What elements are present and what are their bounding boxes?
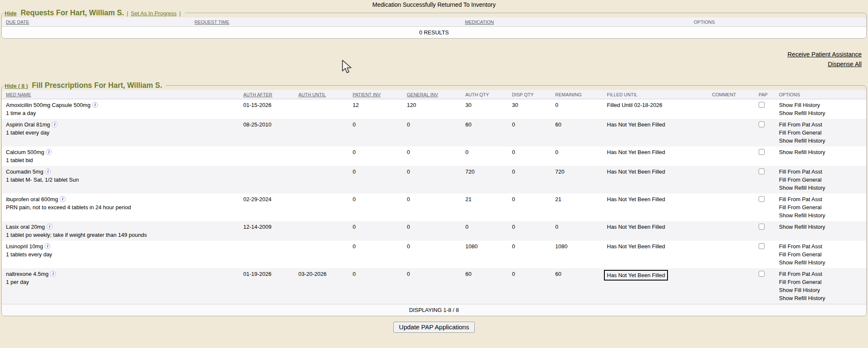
dispense-all-link[interactable]: Dispense All <box>0 59 862 69</box>
update-pap-applications-button[interactable]: Update PAP Applications <box>393 322 474 333</box>
general-inv-cell: 0 <box>403 166 461 194</box>
med-sig: 1 tablets every day <box>6 250 235 258</box>
option-link-show-refill-history[interactable]: Show Refill History <box>779 137 862 145</box>
prescriptions-header-auth-until[interactable]: AUTH UNTIL <box>294 90 348 99</box>
option-link-fill-from-general[interactable]: Fill From General <box>779 176 862 184</box>
option-link-show-refill-history[interactable]: Show Refill History <box>779 184 862 192</box>
prescriptions-header-filled-until: FILLED UNTIL <box>603 90 708 99</box>
prescriptions-header-med-name[interactable]: MED NAME <box>2 90 239 99</box>
filled-until-text: Has Not Yet Been Filled <box>607 149 665 155</box>
patient-inv-cell: 0 <box>348 119 403 146</box>
option-link-fill-from-general[interactable]: Fill From General <box>779 203 862 211</box>
med-name-cell: Aspirin Oral 81mgi 1 tablet every day <box>2 119 239 146</box>
auth-until-cell <box>294 166 348 194</box>
requests-hide-link[interactable]: Hide <box>5 10 17 17</box>
info-icon[interactable]: i <box>50 271 56 277</box>
info-icon[interactable]: i <box>52 121 58 127</box>
prescriptions-hide-link[interactable]: Hide ( 8 ) <box>5 83 28 89</box>
info-icon[interactable]: i <box>45 243 50 249</box>
pap-checkbox[interactable] <box>759 243 765 249</box>
auth-until-cell <box>294 194 348 221</box>
med-name-cell: ibuprofen oral 600mgi PRN pain, not to e… <box>2 194 239 221</box>
pap-checkbox[interactable] <box>759 271 765 277</box>
patient-inv-cell: 0 <box>348 268 403 304</box>
option-link-fill-from-general[interactable]: Fill From General <box>779 278 862 286</box>
auth-after-cell <box>239 241 294 268</box>
option-link-show-refill-history[interactable]: Show Refill History <box>779 211 862 219</box>
option-link-fill-from-general[interactable]: Fill From General <box>779 129 862 137</box>
option-link-fill-from-general[interactable]: Fill From General <box>779 250 862 258</box>
patient-inv-cell: 0 <box>348 146 403 166</box>
pap-checkbox[interactable] <box>759 102 765 108</box>
info-icon[interactable]: i <box>47 224 53 230</box>
info-icon[interactable]: i <box>92 102 98 108</box>
med-name: ibuprofen oral 600mg <box>6 196 58 202</box>
prescriptions-header-auth-after[interactable]: AUTH AFTER <box>239 90 294 99</box>
disp-qty-cell: 0 <box>508 268 551 304</box>
option-link-fill-from-pat-asst[interactable]: Fill From Pat Asst <box>779 242 862 250</box>
option-link-show-refill-history[interactable]: Show Refill History <box>779 294 862 302</box>
auth-qty-cell: 720 <box>461 166 508 194</box>
comment-cell <box>708 166 754 194</box>
option-link-fill-from-pat-asst[interactable]: Fill From Pat Asst <box>779 168 862 176</box>
option-link-fill-from-pat-asst[interactable]: Fill From Pat Asst <box>779 121 862 129</box>
pap-cell <box>754 119 775 146</box>
fill-prescriptions-legend: Hide ( 8 ) Fill Prescriptions For Hart, … <box>4 81 166 90</box>
patient-assistance-actions: Receive Patient Assistance Dispense All <box>0 50 862 69</box>
option-link-show-refill-history[interactable]: Show Refill History <box>779 258 862 267</box>
displaying-row: DISPLAYING 1-8 / 8 <box>2 304 866 316</box>
options-cell: Fill From Pat AsstFill From GeneralShow … <box>775 241 866 268</box>
option-link-show-refill-history[interactable]: Show Refill History <box>779 148 862 156</box>
prescriptions-header-general-inv[interactable]: GENERAL INV <box>403 90 461 99</box>
options-cell: Fill From Pat AsstFill From GeneralShow … <box>775 268 866 304</box>
info-icon[interactable]: i <box>60 196 66 202</box>
pap-checkbox[interactable] <box>759 121 765 127</box>
med-name-cell: Calcium 500mgi 1 tablet bid <box>2 146 239 166</box>
status-message: Medication Successfully Returned To Inve… <box>0 0 868 8</box>
pap-cell <box>754 146 775 166</box>
filled-until-text: Has Not Yet Been Filled <box>607 168 665 175</box>
prescriptions-header-patient-inv[interactable]: PATIENT INV <box>348 90 403 99</box>
pap-checkbox[interactable] <box>759 196 765 202</box>
displaying-text: DISPLAYING 1-8 / 8 <box>2 304 866 316</box>
requests-empty-row: 0 RESULTS <box>2 27 866 39</box>
med-name-cell: Lisinopril 10mgi 1 tablets every day <box>2 241 239 268</box>
requests-header-due-date[interactable]: DUE DATE <box>2 17 190 27</box>
med-name: Calcium 500mg <box>6 149 44 155</box>
option-link-fill-from-pat-asst[interactable]: Fill From Pat Asst <box>779 195 862 203</box>
filled-until-cell: Has Not Yet Been Filled <box>603 119 708 146</box>
patient-inv-cell: 0 <box>348 241 403 268</box>
prescription-row: Lisinopril 10mgi 1 tablets every day 0 0… <box>2 241 866 268</box>
requests-header-request-time[interactable]: REQUEST TIME <box>190 17 461 27</box>
remaining-cell: 1080 <box>551 241 603 268</box>
option-link-show-fill-history[interactable]: Show Fill History <box>779 101 862 109</box>
requests-header-medication[interactable]: MEDICATION <box>461 17 690 27</box>
option-link-show-fill-history[interactable]: Show Fill History <box>779 286 862 294</box>
prescription-row: Amoxicillin 500mg Capsule 500mgi 1 time … <box>2 99 866 119</box>
receive-patient-assistance-link[interactable]: Receive Patient Assistance <box>0 50 862 59</box>
pap-checkbox[interactable] <box>759 168 765 174</box>
option-link-show-refill-history[interactable]: Show Refill History <box>779 223 862 231</box>
auth-qty-cell: 60 <box>461 268 508 304</box>
info-icon[interactable]: i <box>45 168 51 174</box>
prescriptions-header-auth-qty: AUTH QTY <box>461 90 508 99</box>
general-inv-cell: 120 <box>403 99 461 119</box>
auth-until-cell <box>294 221 348 241</box>
prescriptions-header-comment: COMMENT <box>708 90 754 99</box>
pap-checkbox[interactable] <box>759 224 765 230</box>
filled-until-text: Has Not Yet Been Filled <box>607 243 665 250</box>
prescriptions-header-options: OPTIONS <box>775 90 866 99</box>
auth-until-cell <box>294 241 348 268</box>
option-link-fill-from-pat-asst[interactable]: Fill From Pat Asst <box>779 270 862 278</box>
remaining-cell: 60 <box>551 119 603 146</box>
auth-after-cell: 02-29-2024 <box>239 194 294 221</box>
pap-checkbox[interactable] <box>759 149 765 155</box>
option-link-show-refill-history[interactable]: Show Refill History <box>779 109 862 117</box>
filled-until-text: Has Not Yet Been Filled <box>607 121 665 128</box>
filled-until-cell: Has Not Yet Been Filled <box>603 166 708 194</box>
legend-separator: | <box>127 10 128 17</box>
set-as-in-progress-link[interactable]: Set As In Progress <box>131 10 177 17</box>
info-icon[interactable]: i <box>46 149 52 155</box>
filled-until-cell: Has Not Yet Been Filled <box>603 221 708 241</box>
filled-until-text: Has Not Yet Been Filled <box>607 224 665 230</box>
